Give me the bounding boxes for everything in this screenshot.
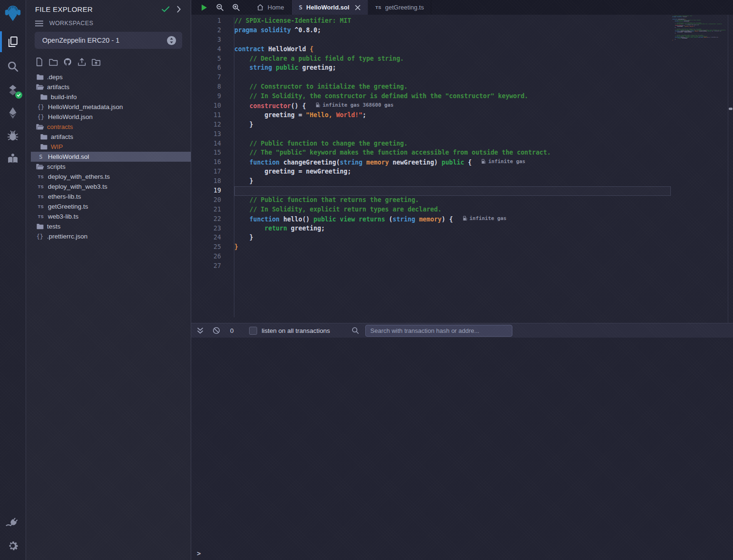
bug-icon xyxy=(6,129,19,142)
line-number[interactable]: 15 xyxy=(191,149,234,158)
listen-transactions-label[interactable]: listen on all transactions xyxy=(262,327,330,334)
line-number[interactable]: 18 xyxy=(191,177,234,187)
run-script-button[interactable] xyxy=(201,4,208,11)
line-number[interactable]: 22 xyxy=(191,215,234,225)
new-file-icon[interactable] xyxy=(34,57,44,67)
upload-file-icon[interactable] xyxy=(77,57,87,67)
code-line xyxy=(234,130,551,140)
tab-helloworld-sol[interactable]: S HelloWorld.sol xyxy=(292,0,369,15)
tree-item-deploy-with-ethers-ts[interactable]: TSdeploy_with_ethers.ts xyxy=(31,172,191,182)
code-line: // Declare a public field of type string… xyxy=(234,55,551,64)
minimap-content: // SPDX-License-Identifier: MITpragma so… xyxy=(672,16,728,43)
folder-icon xyxy=(36,74,44,80)
workspace-select[interactable]: OpenZeppelin ERC20 - 1 xyxy=(35,32,182,49)
tree-item-tests[interactable]: tests xyxy=(31,221,191,231)
activity-plugin-manager[interactable] xyxy=(0,514,26,532)
line-number[interactable]: 9 xyxy=(191,92,234,102)
code-line xyxy=(234,36,551,46)
remix-ide-app: FILE EXPLORER WORKSPACES OpenZeppelin ER… xyxy=(0,0,733,560)
line-number[interactable]: 21 xyxy=(191,206,234,215)
tree-item-ethers-lib-ts[interactable]: TSethers-lib.ts xyxy=(31,192,191,202)
code-line xyxy=(234,253,551,262)
zoom-out-icon[interactable] xyxy=(216,3,224,11)
panel-chevron-right-icon[interactable] xyxy=(176,6,181,13)
tree-item-web3-lib-ts[interactable]: TSweb3-lib.ts xyxy=(31,211,191,221)
code-content[interactable]: // SPDX-License-Identifier: MITpragma so… xyxy=(234,17,551,272)
line-number[interactable]: 26 xyxy=(191,253,234,262)
hamburger-menu-icon[interactable] xyxy=(35,20,43,27)
solidity-icon: S xyxy=(37,153,45,160)
compiler-success-badge xyxy=(15,92,22,99)
tree-item-artifacts[interactable]: artifacts xyxy=(31,82,191,92)
activity-file-explorer[interactable] xyxy=(0,32,26,51)
line-number[interactable]: 13 xyxy=(191,130,234,140)
code-line: // Constructor to initialize the greetin… xyxy=(234,83,551,92)
tab-label: getGreeting.ts xyxy=(385,4,424,11)
line-number[interactable]: 2 xyxy=(191,27,234,36)
scrollbar-handle[interactable] xyxy=(729,108,733,110)
upload-folder-icon[interactable] xyxy=(91,57,101,67)
line-number[interactable]: 14 xyxy=(191,140,234,149)
code-line xyxy=(234,187,551,196)
tree-item--deps[interactable]: .deps xyxy=(31,72,191,82)
tree-item-helloworld-sol[interactable]: SHelloWorld.sol xyxy=(31,152,191,162)
tree-item-helloworld-json[interactable]: {}HelloWorld.json xyxy=(31,112,191,122)
github-icon[interactable] xyxy=(63,57,73,67)
activity-settings[interactable] xyxy=(0,536,26,555)
tree-item--prettierrc-json[interactable]: {}.prettierrc.json xyxy=(31,231,191,241)
line-number[interactable]: 4 xyxy=(191,46,234,55)
zoom-in-icon[interactable] xyxy=(232,3,240,11)
collapse-terminal-icon[interactable] xyxy=(197,327,204,334)
tree-item-label: artifacts xyxy=(47,83,69,91)
line-number[interactable]: 6 xyxy=(191,64,234,73)
line-number[interactable]: 25 xyxy=(191,243,234,253)
tree-item-helloworld-metadata-json[interactable]: {}HelloWorld_metadata.json xyxy=(31,102,191,112)
line-number[interactable]: 23 xyxy=(191,225,234,234)
new-folder-icon[interactable] xyxy=(48,57,58,67)
activity-deploy-run[interactable] xyxy=(0,103,26,122)
gas-estimate-badge: infinite gas xyxy=(711,37,718,37)
line-number[interactable]: 12 xyxy=(191,121,234,130)
line-number[interactable]: 8 xyxy=(191,83,234,92)
tab-home[interactable]: Home xyxy=(250,0,292,15)
tree-item-deploy-with-web3-ts[interactable]: TSdeploy_with_web3.ts xyxy=(31,182,191,192)
line-number[interactable]: 1 xyxy=(191,17,234,27)
code-line: // SPDX-License-Identifier: MIT xyxy=(234,17,551,27)
line-number[interactable]: 5 xyxy=(191,55,234,64)
line-number[interactable]: 16 xyxy=(191,158,234,168)
folder-icon xyxy=(39,134,48,140)
tree-item-artifacts[interactable]: artifacts xyxy=(31,132,191,142)
tree-item-label: artifacts xyxy=(51,133,73,140)
line-number[interactable]: 11 xyxy=(191,111,234,121)
tree-item-contracts[interactable]: contracts xyxy=(31,122,191,132)
line-number[interactable]: 10 xyxy=(191,102,234,111)
activity-solidity-compiler[interactable] xyxy=(0,81,26,100)
minimap[interactable]: // SPDX-License-Identifier: MITpragma so… xyxy=(672,16,728,129)
line-number[interactable]: 20 xyxy=(191,196,234,206)
remix-logo-icon[interactable] xyxy=(1,2,25,25)
terminal-search-icon xyxy=(352,327,359,334)
tree-item-getgreeting-ts[interactable]: TSgetGreeting.ts xyxy=(31,202,191,211)
clear-console-icon[interactable] xyxy=(213,327,220,334)
code-editor: 1234567891011121314151617181920212223242… xyxy=(191,15,733,323)
close-tab-icon[interactable] xyxy=(355,5,361,10)
gear-icon xyxy=(6,539,19,552)
line-number[interactable]: 24 xyxy=(191,234,234,243)
tree-item-scripts[interactable]: scripts xyxy=(31,162,191,172)
line-number[interactable]: 27 xyxy=(191,262,234,272)
accept-check-icon[interactable] xyxy=(161,6,170,13)
tree-item-build-info[interactable]: build-info xyxy=(31,92,191,102)
code-line: } xyxy=(234,243,551,253)
line-number[interactable]: 19 xyxy=(191,187,234,196)
terminal-search-input[interactable] xyxy=(365,325,512,337)
line-number[interactable]: 17 xyxy=(191,168,234,177)
tree-item-wip[interactable]: WIP xyxy=(31,142,191,152)
listen-transactions-checkbox[interactable] xyxy=(249,327,257,335)
line-number[interactable]: 3 xyxy=(191,36,234,46)
activity-debugger[interactable] xyxy=(0,126,26,145)
code-line: } xyxy=(234,177,551,187)
tab-getgreeting-ts[interactable]: TS getGreeting.ts xyxy=(368,0,431,15)
activity-unit-testing[interactable] xyxy=(0,149,26,168)
line-number[interactable]: 7 xyxy=(191,73,234,83)
activity-search[interactable] xyxy=(0,57,26,76)
